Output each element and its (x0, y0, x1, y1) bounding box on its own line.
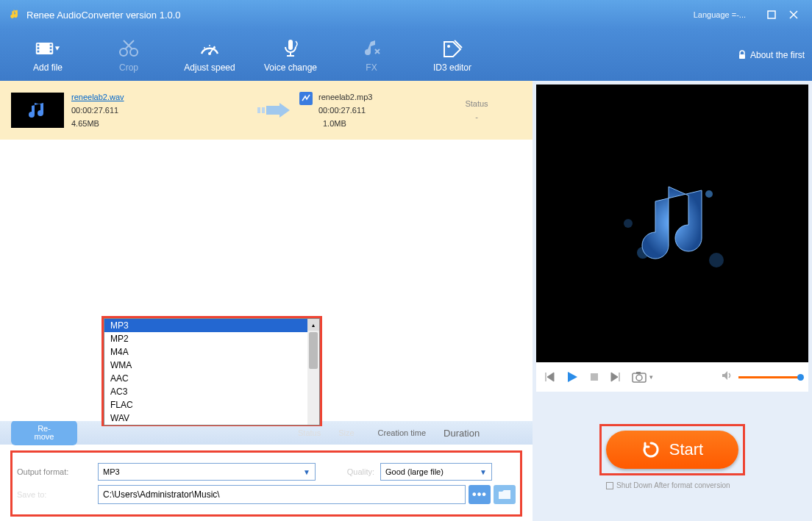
svg-point-24 (624, 219, 633, 228)
tool-label: Add file (33, 62, 63, 73)
volume-icon[interactable] (721, 370, 733, 384)
svg-rect-16 (288, 40, 293, 50)
app-title: Renee AudioConverter version 1.0.0 (26, 10, 694, 21)
start-label: Start (669, 440, 703, 459)
file-thumbnail (11, 93, 64, 128)
svg-rect-2 (38, 44, 40, 46)
output-path-input[interactable]: C:\Users\Administrator\Music\ (98, 485, 466, 504)
output-format-select[interactable]: MP3 ▼ (98, 463, 316, 481)
svg-rect-4 (38, 51, 40, 53)
close-button[interactable] (783, 4, 805, 26)
svg-point-9 (130, 48, 138, 56)
output-path-value: C:\Users\Administrator\Music\ (103, 489, 220, 500)
status-value: - (451, 110, 502, 123)
svg-point-29 (636, 375, 642, 381)
voice-change-button[interactable]: Voice change (250, 29, 331, 81)
svg-point-8 (120, 48, 127, 56)
svg-point-15 (216, 51, 218, 53)
save-to-label: Save to: (17, 490, 98, 499)
tool-label: FX (366, 62, 377, 73)
dropdown-option[interactable]: AAC (104, 372, 319, 385)
tool-label: Voice change (264, 62, 317, 73)
svg-point-11 (202, 51, 203, 53)
svg-rect-7 (50, 51, 52, 53)
output-format-label: Output format: (17, 467, 98, 476)
col-status: Status (298, 428, 321, 437)
browse-button[interactable]: ••• (469, 485, 491, 504)
col-size: Size (338, 428, 354, 437)
toolbar: Add file Crop Adjust speed Voice change … (0, 29, 812, 81)
svg-rect-21 (266, 106, 279, 115)
preview-pane (536, 85, 808, 362)
quality-label: Quality: (330, 467, 374, 476)
music-note-icon (358, 37, 385, 60)
adjust-speed-button[interactable]: Adjust speed (169, 29, 250, 81)
dropdown-option[interactable]: FLAC (104, 398, 319, 412)
svg-point-26 (705, 190, 713, 198)
svg-rect-20 (262, 107, 265, 113)
dropdown-option[interactable]: WMA (104, 359, 319, 372)
about-link[interactable]: About the first (737, 50, 805, 60)
col-duration: Duration (444, 428, 480, 439)
fx-button[interactable]: FX (331, 29, 412, 81)
filmstrip-icon (35, 37, 61, 60)
lock-icon (737, 50, 747, 60)
svg-point-14 (214, 47, 216, 48)
folder-icon (498, 489, 511, 500)
file-list-area: MP3 MP2 M4A WMA AAC AC3 FLAC WAV ▴ (0, 140, 533, 421)
remove-button[interactable]: Re- move (11, 420, 77, 445)
arrow-icon (255, 100, 292, 121)
scroll-thumb[interactable] (309, 332, 318, 369)
tool-label: ID3 editor (433, 62, 471, 73)
volume-slider[interactable] (738, 376, 801, 378)
dropdown-scrollbar[interactable]: ▴ (307, 319, 319, 425)
play-button[interactable] (566, 370, 579, 384)
quality-value: Good (large file) (385, 467, 444, 476)
format-dropdown: MP3 MP2 M4A WMA AAC AC3 FLAC WAV ▴ (102, 316, 322, 426)
maximize-button[interactable] (761, 4, 783, 26)
crop-button[interactable]: Crop (88, 29, 169, 81)
refresh-icon (641, 440, 660, 459)
dropdown-option[interactable]: M4A (104, 345, 319, 359)
svg-point-17 (447, 45, 450, 48)
output-duration: 00:00:27.611 (318, 104, 451, 117)
volume-knob[interactable] (797, 374, 804, 381)
chevron-down-icon: ▼ (480, 468, 487, 476)
svg-rect-19 (257, 107, 260, 113)
output-filename: reneelab2.mp3 (318, 90, 451, 104)
dropdown-option[interactable]: WAV (104, 412, 319, 425)
title-bar: Renee AudioConverter version 1.0.0 Langu… (0, 0, 812, 29)
quality-select[interactable]: Good (large file) ▼ (380, 463, 492, 481)
scroll-up-icon[interactable]: ▴ (307, 319, 319, 331)
input-filename: reneelab2.wav (71, 90, 248, 104)
dropdown-option[interactable]: MP2 (104, 332, 319, 345)
svg-rect-18 (739, 54, 745, 59)
add-file-button[interactable]: Add file (7, 29, 88, 81)
language-menu[interactable]: Language =-... (694, 10, 746, 19)
stop-button[interactable] (589, 372, 599, 382)
start-button[interactable]: Start (606, 431, 738, 469)
file-row[interactable]: reneelab2.wav 00:00:27.611 4.65MB reneel… (0, 81, 533, 140)
col-creation: Creation time (378, 428, 426, 437)
tag-icon (439, 37, 466, 60)
output-size: 1.0MB (318, 117, 451, 130)
gauge-icon (196, 37, 223, 60)
dropdown-option[interactable]: MP3 (104, 319, 319, 332)
checkbox-icon[interactable] (606, 482, 613, 489)
tool-label: Adjust speed (184, 62, 235, 73)
shutdown-label: Shut Down After format conversion (616, 481, 730, 489)
svg-point-25 (709, 253, 724, 267)
id3-editor-button[interactable]: ID3 editor (412, 29, 493, 81)
snapshot-button[interactable]: ▾ (632, 371, 653, 383)
input-size: 4.65MB (71, 117, 248, 130)
open-folder-button[interactable] (494, 485, 516, 504)
start-area: Start Shut Down After format conversion (533, 392, 812, 521)
prev-button[interactable] (544, 371, 555, 383)
status-header: Status (451, 97, 502, 110)
output-file-info: reneelab2.mp3 00:00:27.611 1.0MB (318, 90, 451, 130)
svg-rect-6 (50, 47, 52, 49)
svg-rect-27 (591, 373, 598, 381)
next-button[interactable] (610, 371, 622, 383)
shutdown-checkbox[interactable]: Shut Down After format conversion (606, 481, 738, 489)
dropdown-option[interactable]: AC3 (104, 385, 319, 398)
